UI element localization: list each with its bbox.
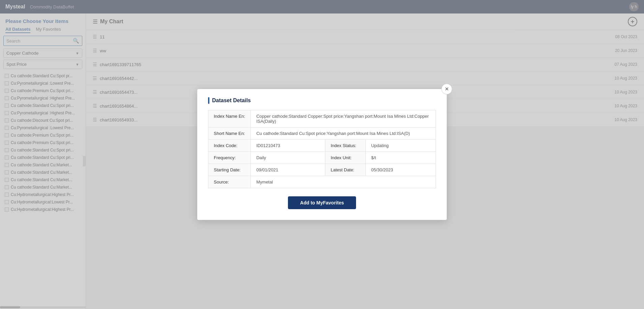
add-to-favorites-button[interactable]: Add to MyFavorites [288, 196, 356, 209]
modal-close-button[interactable]: ✕ [441, 84, 452, 94]
modal-title: Dataset Details [208, 97, 436, 104]
source-label: Source: [208, 176, 251, 188]
modal-title-bar [208, 97, 209, 104]
index-status-value: Updating [365, 140, 436, 152]
table-row: Index Name En: Copper cathode:Standard C… [208, 110, 436, 128]
dataset-details-modal: ✕ Dataset Details Index Name En: Copper … [197, 89, 447, 220]
index-unit-label: Index Unit: [325, 152, 365, 164]
source-value: Mymetal [251, 176, 436, 188]
index-code-label: Index Code: [208, 140, 251, 152]
modal-overlay: ✕ Dataset Details Index Name En: Copper … [0, 0, 644, 309]
modal-title-text: Dataset Details [212, 97, 251, 104]
short-name-en-label: Short Name En: [208, 128, 251, 140]
index-unit-value: $/t [365, 152, 436, 164]
latest-date-value: 05/30/2023 [365, 164, 436, 176]
index-code-value: ID01210473 [251, 140, 325, 152]
starting-date-value: 09/01/2021 [251, 164, 325, 176]
index-name-en-value: Copper cathode:Standard Copper:Spot pric… [251, 110, 436, 128]
latest-date-label: Latest Date: [325, 164, 365, 176]
detail-table: Index Name En: Copper cathode:Standard C… [208, 110, 436, 188]
starting-date-label: Starting Date: [208, 164, 251, 176]
index-status-label: Index Status: [325, 140, 365, 152]
short-name-en-value: Cu cathode:Standard Cu:Spot price:Yangsh… [251, 128, 436, 140]
table-row: Starting Date: 09/01/2021 Latest Date: 0… [208, 164, 436, 176]
modal-button-row: Add to MyFavorites [208, 196, 436, 209]
frequency-label: Frequency: [208, 152, 251, 164]
table-row: Index Code: ID01210473 Index Status: Upd… [208, 140, 436, 152]
table-row: Frequency: Daily Index Unit: $/t [208, 152, 436, 164]
frequency-value: Daily [251, 152, 325, 164]
table-row: Source: Mymetal [208, 176, 436, 188]
index-name-en-label: Index Name En: [208, 110, 251, 128]
table-row: Short Name En: Cu cathode:Standard Cu:Sp… [208, 128, 436, 140]
